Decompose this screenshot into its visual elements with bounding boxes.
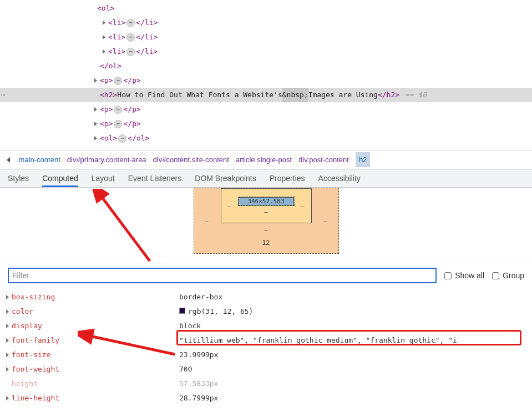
breadcrumb-item[interactable]: div#primary.content-area bbox=[67, 156, 146, 164]
svg-line-0 bbox=[100, 194, 150, 261]
dom-node-p-3[interactable]: <p>⋯</p> bbox=[0, 117, 532, 131]
expand-icon[interactable] bbox=[94, 136, 97, 141]
computed-panel: – – 346×57.583 – – – – 12 Show all Group bbox=[0, 188, 532, 410]
computed-property-row[interactable]: font-weight 700 bbox=[4, 362, 532, 377]
group-checkbox[interactable]: Group bbox=[492, 271, 524, 280]
tab-properties[interactable]: Properties bbox=[270, 170, 305, 187]
computed-filter-toolbar: Show all Group bbox=[0, 263, 532, 288]
computed-property-row[interactable]: font-family "titillium web", "franklin g… bbox=[4, 333, 532, 348]
computed-property-value: 23.9999px bbox=[179, 348, 218, 362]
ellipsis-icon[interactable]: ⋯ bbox=[126, 33, 135, 42]
computed-property-value: border-box bbox=[179, 290, 222, 304]
checkbox-icon bbox=[444, 272, 452, 279]
breadcrumb-item[interactable]: div#content.site-content bbox=[153, 156, 229, 164]
expand-icon[interactable] bbox=[103, 35, 105, 39]
tab-computed[interactable]: Computed bbox=[42, 170, 78, 187]
ellipsis-icon[interactable]: ⋯ bbox=[118, 134, 126, 143]
dom-node-ol-2[interactable]: <ol>⋯</ol> bbox=[0, 131, 532, 146]
expand-icon[interactable] bbox=[103, 21, 105, 25]
computed-property-value: rgb(31, 12, 65) bbox=[179, 304, 253, 319]
expand-icon[interactable] bbox=[6, 338, 9, 343]
expand-icon[interactable] bbox=[94, 107, 97, 112]
dom-node-ol-open[interactable]: <ol> bbox=[0, 1, 532, 16]
computed-property-row[interactable]: box-sizing border-box bbox=[4, 290, 532, 304]
expand-icon[interactable] bbox=[103, 49, 105, 54]
checkbox-icon bbox=[492, 272, 499, 279]
breadcrumb-item[interactable]: article.single-post bbox=[236, 156, 292, 164]
more-actions-icon[interactable]: ⋯ bbox=[1, 88, 6, 102]
computed-property-value: 28.7999px bbox=[179, 391, 218, 405]
computed-property-value: block bbox=[179, 319, 201, 333]
breadcrumb-back-icon[interactable] bbox=[7, 157, 10, 163]
expand-icon[interactable] bbox=[6, 396, 9, 400]
dom-tree[interactable]: <ol> <li>⋯</li> <li>⋯</li> <li>⋯</li> </… bbox=[0, 0, 532, 150]
expand-icon[interactable] bbox=[6, 353, 9, 357]
computed-property-list[interactable]: box-sizing border-box color rgb(31, 12, … bbox=[0, 288, 532, 410]
computed-property-value: 700 bbox=[179, 362, 192, 377]
dom-node-h2-selected[interactable]: ⋯ <h2>How to Find Out What Fonts a Websi… bbox=[0, 88, 532, 102]
filter-input[interactable] bbox=[8, 268, 437, 283]
tab-styles[interactable]: Styles bbox=[8, 170, 29, 187]
box-model-diagram[interactable]: – – 346×57.583 – – – – 12 bbox=[194, 188, 339, 254]
computed-property-value: 57.5833px bbox=[179, 377, 218, 391]
breadcrumb-item[interactable]: .main-content bbox=[17, 156, 60, 164]
styles-pane-tabs: Styles Computed Layout Event Listeners D… bbox=[0, 169, 532, 188]
dom-node-p-1[interactable]: <p>⋯</p> bbox=[0, 73, 532, 88]
expand-icon[interactable] bbox=[6, 295, 9, 299]
expand-icon[interactable] bbox=[6, 324, 9, 328]
breadcrumb-item[interactable]: div.post-content bbox=[298, 156, 349, 164]
ellipsis-icon[interactable]: ⋯ bbox=[126, 19, 135, 27]
expand-icon[interactable] bbox=[6, 309, 9, 314]
dom-node-li-1[interactable]: <li>⋯</li> bbox=[0, 16, 532, 30]
ellipsis-icon[interactable]: ⋯ bbox=[114, 120, 122, 128]
computed-property-row[interactable]: line-height 28.7999px bbox=[4, 391, 532, 405]
ellipsis-icon[interactable]: ⋯ bbox=[126, 48, 135, 56]
color-swatch-icon[interactable] bbox=[179, 308, 185, 314]
tab-dom-breakpoints[interactable]: DOM Breakpoints bbox=[195, 170, 256, 187]
computed-property-value: "titillium web", "franklin gothic medium… bbox=[179, 333, 457, 348]
ellipsis-icon[interactable]: ⋯ bbox=[114, 77, 122, 85]
expand-icon[interactable] bbox=[94, 122, 97, 126]
tab-event-listeners[interactable]: Event Listeners bbox=[128, 170, 182, 187]
computed-property-row[interactable]: display block bbox=[4, 319, 532, 333]
dom-node-ol-close[interactable]: </ol> bbox=[0, 59, 532, 73]
dom-node-li-2[interactable]: <li>⋯</li> bbox=[0, 30, 532, 44]
computed-property-row[interactable]: font-size 23.9999px bbox=[4, 348, 532, 362]
ellipsis-icon[interactable]: ⋯ bbox=[114, 106, 122, 114]
dom-node-p-2[interactable]: <p>⋯</p> bbox=[0, 102, 532, 117]
tab-accessibility[interactable]: Accessibility bbox=[318, 170, 361, 187]
show-all-checkbox[interactable]: Show all bbox=[444, 271, 484, 280]
dom-node-li-3[interactable]: <li>⋯</li> bbox=[0, 44, 532, 59]
tab-layout[interactable]: Layout bbox=[92, 170, 115, 187]
box-model-margin-bottom: 12 bbox=[221, 233, 312, 247]
expand-icon[interactable] bbox=[94, 78, 97, 83]
breadcrumb-item-selected[interactable]: h2 bbox=[356, 152, 370, 167]
box-model-content-size: 346×57.583 bbox=[239, 197, 294, 206]
breadcrumb[interactable]: .main-content div#primary.content-area d… bbox=[0, 150, 532, 169]
selected-ref-label: == $0 bbox=[405, 88, 427, 102]
computed-property-row[interactable]: height 57.5833px bbox=[4, 377, 532, 391]
computed-property-row[interactable]: color rgb(31, 12, 65) bbox=[4, 304, 532, 319]
expand-icon[interactable] bbox=[6, 367, 9, 372]
